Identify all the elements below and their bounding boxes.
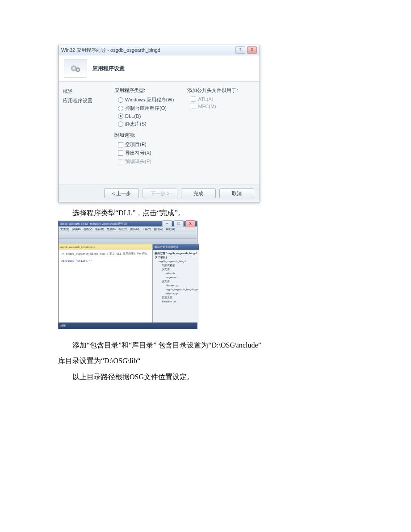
radio-static-lib[interactable]: 静态库(S) xyxy=(118,121,174,127)
menu-item[interactable]: 调试(D) xyxy=(118,227,127,231)
ide-editor-pane: osgdb_osgearth_bingd.cpp × // osgdb_osge… xyxy=(59,244,153,323)
close-window-button[interactable]: X xyxy=(247,46,257,54)
menu-item[interactable]: 窗口(W) xyxy=(154,227,164,231)
wizard-title: Win32 应用程序向导 - osgdb_osgearth_bingd xyxy=(61,47,235,54)
checkbox-icon xyxy=(191,96,196,102)
radio-icon xyxy=(118,106,123,111)
check-label: 空项目(E) xyxy=(125,141,147,148)
wizard-header: 应用程序设置 xyxy=(59,55,260,82)
checkbox-icon xyxy=(191,104,196,109)
ide-editor-tab[interactable]: osgdb_osgearth_bingd.cpp × xyxy=(59,244,152,250)
doc-line-4: 以上目录路径根据OSG文件位置设定。 xyxy=(58,369,362,385)
ide-title: osgdb_osgearth_bingd - Microsoft Visual … xyxy=(60,222,162,226)
wizard-titlebar: Win32 应用程序向导 - osgdb_osgearth_bingd ? X xyxy=(59,45,260,55)
win32-wizard-dialog: Win32 应用程序向导 - osgdb_osgearth_bingd ? X … xyxy=(58,45,260,202)
check-label: ATL(A) xyxy=(198,96,213,102)
checkbox-icon xyxy=(118,151,123,156)
wizard-body: 概述 应用程序设置 应用程序类型: Windows 应用程序(W) 控制台应用程… xyxy=(59,82,260,184)
menu-item[interactable]: 团队(M) xyxy=(130,227,139,231)
radio-windows-app[interactable]: Windows 应用程序(W) xyxy=(118,96,174,103)
check-label: MFC(M) xyxy=(198,104,216,109)
ide-code-area[interactable]: // osgdb_osgearth_bingd.cpp : 定义 DLL 应用程… xyxy=(59,250,152,323)
ide-titlebar: osgdb_osgearth_bingd - Microsoft Visual … xyxy=(59,221,197,226)
common-header-label: 添加公共头文件以用于: xyxy=(187,87,238,94)
menu-item[interactable]: 工具(T) xyxy=(142,227,151,231)
solution-explorer-title: 解决方案资源管理器 xyxy=(153,244,198,250)
wizard-footer: < 上一步 下一步 > 完成 取消 xyxy=(59,184,260,202)
check-atl: ATL(A) xyxy=(191,96,238,102)
svg-point-3 xyxy=(77,69,79,71)
menu-item[interactable]: 编辑(E) xyxy=(72,227,81,231)
tree-node[interactable]: 资源文件 xyxy=(154,296,197,300)
ide-toolbar-2 xyxy=(59,239,197,244)
gear-icon xyxy=(69,62,82,75)
radio-icon xyxy=(118,121,123,127)
tree-node[interactable]: 头文件 xyxy=(154,268,197,272)
tree-node[interactable]: 解决方案 'osgdb_osgearth_bingd' (1 个项目) xyxy=(154,251,197,260)
wizard-sidebar: 概述 应用程序设置 xyxy=(59,82,110,184)
window-controls: ? X xyxy=(235,46,257,54)
ide-status-bar: 就绪 xyxy=(59,323,197,329)
solution-tree[interactable]: 解决方案 'osgdb_osgearth_bingd' (1 个项目) osgd… xyxy=(153,250,198,323)
close-window-button[interactable]: X xyxy=(185,220,195,227)
prev-button[interactable]: < 上一步 xyxy=(104,189,139,198)
radio-label: Windows 应用程序(W) xyxy=(125,96,174,103)
tree-node[interactable]: 源文件 xyxy=(154,280,197,284)
code-line: #include "stdafx.h" xyxy=(61,259,92,262)
menu-item[interactable]: 帮助(H) xyxy=(166,227,175,231)
check-mfc: MFC(M) xyxy=(191,104,238,109)
status-text: 就绪 xyxy=(60,324,66,328)
ide-toolbar xyxy=(59,232,197,239)
menu-item[interactable]: 视图(V) xyxy=(84,227,92,231)
next-button: 下一步 > xyxy=(143,189,177,198)
radio-console-app[interactable]: 控制台应用程序(O) xyxy=(118,105,174,112)
cancel-button[interactable]: 取消 xyxy=(219,189,254,198)
sidebar-item-overview[interactable]: 概述 xyxy=(63,88,105,95)
check-label: 预编译头(P) xyxy=(125,158,151,165)
tree-node[interactable]: stdafx.h xyxy=(154,272,197,276)
checkbox-icon: ✓ xyxy=(118,159,123,164)
minimize-window-button[interactable]: – xyxy=(162,220,172,227)
tree-node[interactable]: osgdb_osgearth_bingd.cpp xyxy=(154,288,197,292)
doc-line-3: 库目录设置为“D:\OSG\lib“ xyxy=(58,353,362,369)
maximize-window-button[interactable]: □ xyxy=(174,220,184,227)
common-header-column: 添加公共头文件以用于: ATL(A) MFC(M) xyxy=(187,87,238,179)
tree-node[interactable]: stdafx.cpp xyxy=(154,292,197,296)
tree-node[interactable]: targetver.h xyxy=(154,276,197,280)
sidebar-item-settings[interactable]: 应用程序设置 xyxy=(63,97,105,104)
ide-main: osgdb_osgearth_bingd.cpp × // osgdb_osge… xyxy=(59,244,197,323)
finish-button[interactable]: 完成 xyxy=(181,189,216,198)
radio-label: 静态库(S) xyxy=(125,121,147,127)
help-window-button[interactable]: ? xyxy=(235,46,245,54)
check-label: 导出符号(X) xyxy=(125,150,151,156)
wizard-form: 应用程序类型: Windows 应用程序(W) 控制台应用程序(O) DLL(D… xyxy=(110,82,260,184)
tree-node[interactable]: dllmain.cpp xyxy=(154,284,197,288)
svg-point-1 xyxy=(72,67,75,70)
wizard-header-icon xyxy=(64,59,87,78)
vs-ide-window: osgdb_osgearth_bingd - Microsoft Visual … xyxy=(58,221,197,329)
wizard-header-label: 应用程序设置 xyxy=(92,65,125,72)
radio-icon xyxy=(118,113,123,119)
checkbox-icon xyxy=(118,142,123,147)
tree-node[interactable]: 外部依赖项 xyxy=(154,264,197,268)
radio-icon xyxy=(118,97,123,103)
tree-node[interactable]: osgdb_osgearth_bingd xyxy=(154,260,197,264)
ide-solution-explorer: 解决方案资源管理器 解决方案 'osgdb_osgearth_bingd' (1… xyxy=(153,244,198,323)
extra-options-label: 附加选项: xyxy=(114,132,174,138)
check-precompiled-header: ✓ 预编译头(P) xyxy=(118,158,174,165)
menu-item[interactable]: 项目(P) xyxy=(95,227,104,231)
doc-line-2: 添加“包含目录”和“库目录” 包含目录设置为“D:\OSG\include” xyxy=(58,337,362,353)
check-empty-project[interactable]: 空项目(E) xyxy=(118,141,174,148)
app-type-column: 应用程序类型: Windows 应用程序(W) 控制台应用程序(O) DLL(D… xyxy=(114,87,174,179)
menu-item[interactable]: 文件(F) xyxy=(60,227,69,231)
code-line: // osgdb_osgearth_bingd.cpp : 定义 DLL 应用程… xyxy=(61,252,150,255)
ide-window-controls: – □ X xyxy=(162,220,195,227)
check-export-symbols[interactable]: 导出符号(X) xyxy=(118,150,174,156)
radio-label: DLL(D) xyxy=(125,113,141,119)
menu-item[interactable]: 生成(B) xyxy=(107,227,116,231)
radio-dll[interactable]: DLL(D) xyxy=(118,113,174,119)
doc-line-1: 选择程序类型“DLL”，点击“完成”。 xyxy=(58,205,362,221)
tree-node[interactable]: ReadMe.txt xyxy=(154,300,197,304)
radio-label: 控制台应用程序(O) xyxy=(125,105,167,112)
app-type-label: 应用程序类型: xyxy=(114,87,174,94)
